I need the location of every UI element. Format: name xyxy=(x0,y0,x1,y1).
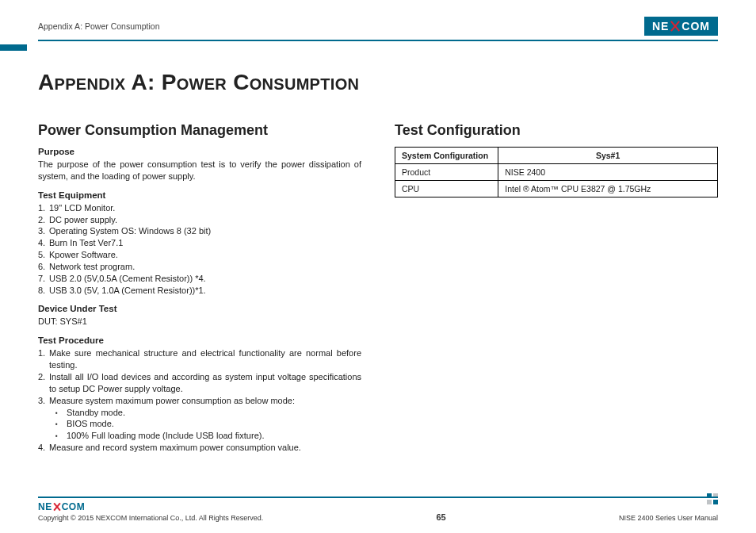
copyright-text: Copyright © 2015 NEXCOM International Co… xyxy=(38,514,263,522)
manual-title: NISE 2400 Series User Manual xyxy=(619,514,718,522)
list-item: 19" LCD Monitor. xyxy=(49,202,361,214)
procedure-heading: Test Procedure xyxy=(38,336,361,345)
section-heading-management: Power Consumption Management xyxy=(38,122,361,139)
procedure-list: 1.Make sure mechanical structure and ele… xyxy=(38,347,361,406)
section-heading-config: Test Configuration xyxy=(395,122,718,139)
list-item: Install all I/O load devices and accordi… xyxy=(49,371,361,395)
header-rule xyxy=(38,40,718,41)
cell-key: Product xyxy=(395,164,498,181)
list-item: Make sure mechanical structure and elect… xyxy=(49,347,361,371)
right-column: Test Configuration System Configuration … xyxy=(395,122,718,454)
table-header: System Configuration xyxy=(402,151,488,160)
page-title: Appendix A: Power Consumption xyxy=(38,70,718,95)
list-item: USB 3.0 (5V, 1.0A (Cement Resistor))*1. xyxy=(49,285,361,297)
list-item: DC power supply. xyxy=(49,214,361,226)
config-table: System Configuration Sys#1 Product NISE … xyxy=(395,147,718,197)
list-item: USB 2.0 (5V,0.5A (Cement Resistor)) *4. xyxy=(49,273,361,285)
brand-logo: NE COM xyxy=(644,17,718,36)
list-item: Burn In Test Ver7.1 xyxy=(49,237,361,249)
list-item: Standby mode. xyxy=(55,407,361,419)
equipment-list: 1.19" LCD Monitor. 2.DC power supply. 3.… xyxy=(38,202,361,297)
table-header: Sys#1 xyxy=(596,151,620,160)
list-item: Network test program. xyxy=(49,261,361,273)
list-item: BIOS mode. xyxy=(55,418,361,430)
breadcrumb: Appendix A: Power Consumption xyxy=(38,21,160,31)
purpose-heading: Purpose xyxy=(38,147,361,156)
cell-val: NISE 2400 xyxy=(498,164,718,181)
list-item: Operating System OS: Windows 8 (32 bit) xyxy=(49,225,361,237)
list-item: 100% Full loading mode (Include USB load… xyxy=(55,430,361,442)
footer-logo: NECOM xyxy=(38,501,718,512)
dut-heading: Device Under Test xyxy=(38,304,361,313)
left-column: Power Consumption Management Purpose The… xyxy=(38,122,361,454)
brand-x-icon xyxy=(670,21,681,32)
brand-right: COM xyxy=(682,20,710,33)
page-footer: NECOM Copyright © 2015 NEXCOM Internatio… xyxy=(38,497,718,522)
list-item: Measure and record system maximum power … xyxy=(49,442,361,454)
list-item: Measure system maximum power consumption… xyxy=(49,395,361,407)
table-row: Product NISE 2400 xyxy=(395,164,718,181)
cell-key: CPU xyxy=(395,181,498,197)
dut-text: DUT: SYS#1 xyxy=(38,316,361,328)
page-number: 65 xyxy=(426,512,457,522)
purpose-text: The purpose of the power consumption tes… xyxy=(38,159,361,182)
procedure-list-cont: 4.Measure and record system maximum powe… xyxy=(38,442,361,454)
brand-x-icon xyxy=(53,503,61,511)
modes-list: Standby mode. BIOS mode. 100% Full loadi… xyxy=(55,407,361,443)
equipment-heading: Test Equipment xyxy=(38,190,361,200)
list-item: Kpower Software. xyxy=(49,249,361,261)
table-row: CPU Intel ® Atom™ CPU E3827 @ 1.75GHz xyxy=(395,181,718,197)
brand-left: NE xyxy=(652,20,669,33)
cell-val: Intel ® Atom™ CPU E3827 @ 1.75GHz xyxy=(498,181,718,197)
